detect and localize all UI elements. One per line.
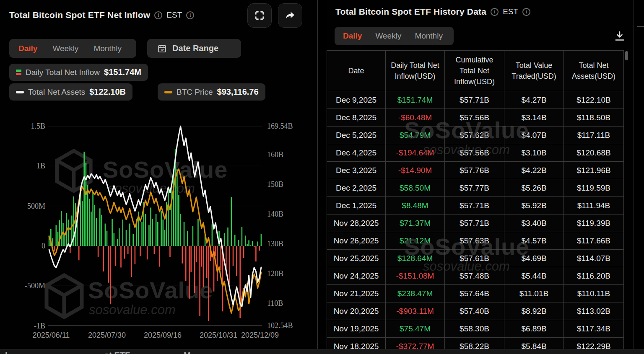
table-header-cell[interactable]: Total Value Traded(USD): [504, 50, 564, 91]
cell-inflow: -$903.11M: [386, 302, 445, 320]
cell-inflow: $75.47M: [386, 320, 445, 338]
right-axis-tick: 110B: [267, 299, 283, 308]
cell-inflow: -$194.64M: [386, 144, 445, 162]
table-body: Dec 9,2025$151.74M$57.71B$4.27B$122.10BD…: [327, 91, 624, 354]
cell-assets: $117.34B: [564, 320, 624, 338]
cell-cumulative: $57.77B: [445, 179, 504, 197]
tab-monthly[interactable]: Monthly: [415, 31, 443, 41]
cell-assets: $110.11B: [564, 285, 624, 302]
cell-date: Nov 25,2025: [327, 250, 386, 267]
table-row[interactable]: Dec 1,2025$8.48M$57.71B$5.92B$111.94B: [327, 197, 624, 214]
right-axis-tick: 169.54B: [267, 122, 293, 131]
cell-cumulative: $57.76B: [445, 162, 504, 179]
left-axis-tick: 1B: [0, 162, 45, 171]
table-scrollbar[interactable]: [625, 51, 628, 60]
table-row[interactable]: Nov 20,2025-$903.11M$57.40B$8.92B$113.02…: [327, 302, 624, 320]
cell-cumulative: $57.71B: [445, 91, 504, 109]
right-interval-tabs: Daily Weekly Monthly: [335, 27, 454, 45]
cell-assets: $111.94B: [564, 197, 624, 214]
x-axis-tick: 2025/10/31: [200, 331, 237, 340]
dashboard: Total Bitcoin Spot ETF Net Inflow i EST …: [0, 0, 644, 354]
cell-traded: $5.92B: [504, 197, 564, 214]
tab-weekly[interactable]: Weekly: [375, 31, 401, 41]
right-edge-divider: [634, 0, 634, 354]
cell-assets: $117.11B: [564, 127, 624, 144]
cell-inflow: -$151.08M: [386, 267, 445, 285]
download-button[interactable]: [613, 29, 626, 44]
table-row[interactable]: Dec 9,2025$151.74M$57.71B$4.27B$122.10B: [327, 91, 624, 109]
info-icon[interactable]: i: [491, 8, 499, 16]
cell-inflow: $238.47M: [386, 285, 445, 302]
table-header-row: DateDaily Total Net Inflow(USD)Cumulativ…: [327, 50, 624, 91]
cell-cumulative: $57.56B: [445, 109, 504, 127]
table-header-cell[interactable]: Total Net Assets(USD): [564, 50, 624, 91]
cell-date: Dec 4,2025: [327, 144, 386, 162]
table-row[interactable]: Dec 4,2025-$194.64M$57.56B$3.10B$120.68B: [327, 144, 624, 162]
right-axis-tick: 160B: [267, 150, 283, 159]
cell-assets: $117.66B: [564, 232, 624, 250]
cell-date: Dec 8,2025: [327, 109, 386, 127]
cell-traded: $11.01B: [504, 285, 564, 302]
x-axis-tick: 2025/06/11: [33, 331, 70, 340]
cell-assets: $118.50B: [564, 109, 624, 127]
table-row[interactable]: Nov 26,2025$21.12M$57.63B$4.57B$117.66B: [327, 232, 624, 250]
corner-fragment: [637, 26, 644, 27]
footer-strip-clipped: lot ETFM: [0, 349, 644, 354]
cell-date: Nov 19,2025: [327, 320, 386, 338]
footer-text-fragment: ot ETF: [104, 351, 130, 354]
cell-date: Dec 5,2025: [327, 127, 386, 144]
cell-assets: $120.68B: [564, 144, 624, 162]
cell-traded: $4.07B: [504, 127, 564, 144]
table-row[interactable]: Dec 3,2025-$14.90M$57.76B$4.22B$121.96B: [327, 162, 624, 179]
table-row[interactable]: Dec 8,2025-$60.48M$57.56B$3.14B$118.50B: [327, 109, 624, 127]
cell-cumulative: $57.71B: [445, 197, 504, 214]
right-panel-title: Total Bitcoin Spot ETF History Data: [335, 7, 486, 17]
cell-cumulative: $57.48B: [445, 267, 504, 285]
footer-text-fragment: M: [184, 351, 191, 354]
cell-inflow: -$14.90M: [386, 162, 445, 179]
cell-traded: $5.26B: [504, 179, 564, 197]
cell-cumulative: $57.64B: [445, 285, 504, 302]
cell-date: Nov 26,2025: [327, 232, 386, 250]
info-icon[interactable]: i: [522, 8, 530, 16]
left-axis-tick: 500M: [0, 202, 45, 210]
cell-assets: $113.02B: [564, 302, 624, 320]
cell-traded: $6.89B: [504, 320, 564, 338]
table-header-cell[interactable]: Daily Total Net Inflow(USD): [386, 50, 445, 91]
cell-assets: $119.39B: [564, 214, 624, 232]
net-inflow-panel: Total Bitcoin Spot ETF Net Inflow i EST …: [0, 0, 317, 354]
table-row[interactable]: Nov 28,2025$71.37M$57.71B$3.40B$119.39B: [327, 214, 624, 232]
cell-traded: $3.14B: [504, 109, 564, 127]
table-row[interactable]: Nov 21,2025$238.47M$57.64B$11.01B$110.11…: [327, 285, 624, 302]
cell-cumulative: $58.30B: [445, 320, 504, 338]
left-axis-tick: 0: [0, 242, 45, 251]
table-row[interactable]: Nov 19,2025$75.47M$58.30B$6.89B$117.34B: [327, 320, 624, 338]
cell-assets: $122.10B: [564, 91, 624, 109]
cell-cumulative: $57.40B: [445, 302, 504, 320]
cell-traded: $4.69B: [504, 250, 564, 267]
cell-assets: $116.20B: [564, 267, 624, 285]
table-header-cell[interactable]: Date: [327, 50, 386, 91]
table-row[interactable]: Nov 25,2025$128.64M$57.61B$4.69B$114.07B: [327, 250, 624, 267]
cell-date: Nov 24,2025: [327, 267, 386, 285]
left-axis-tick: -500M: [0, 282, 45, 290]
cell-inflow: $71.37M: [386, 214, 445, 232]
left-axis-tick: 1.5B: [0, 122, 45, 131]
panel-divider: [317, 0, 318, 354]
cell-traded: $3.40B: [504, 214, 564, 232]
cell-inflow: $58.50M: [386, 179, 445, 197]
right-axis-tick: 102.54B: [267, 321, 293, 330]
cell-cumulative: $57.61B: [445, 250, 504, 267]
cell-assets: $119.59B: [564, 179, 624, 197]
cell-traded: $8.92B: [504, 302, 564, 320]
table-row[interactable]: Nov 24,2025-$151.08M$57.48B$5.44B$116.20…: [327, 267, 624, 285]
cell-inflow: $21.12M: [386, 232, 445, 250]
cell-inflow: $128.64M: [386, 250, 445, 267]
cell-date: Dec 3,2025: [327, 162, 386, 179]
cell-date: Nov 21,2025: [327, 285, 386, 302]
table-header-cell[interactable]: Cumulative Total Net Inflow(USD): [445, 50, 504, 91]
table-row[interactable]: Dec 5,2025$54.79M$57.62B$4.07B$117.11B: [327, 127, 624, 144]
tab-daily[interactable]: Daily: [343, 31, 362, 41]
table-row[interactable]: Dec 2,2025$58.50M$57.77B$5.26B$119.59B: [327, 179, 624, 197]
cell-assets: $114.07B: [564, 250, 624, 267]
